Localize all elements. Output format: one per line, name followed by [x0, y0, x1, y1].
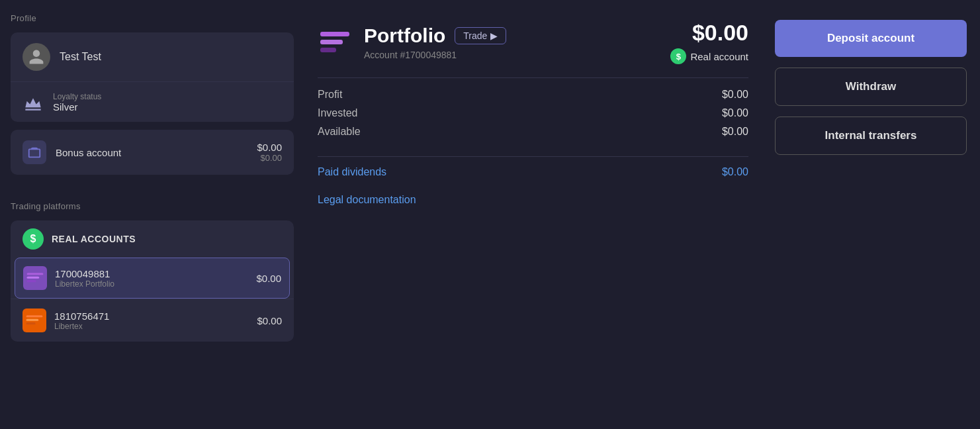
account-number-2: 1810756471 — [54, 310, 249, 322]
invested-label: Invested — [318, 107, 357, 119]
profit-label: Profit — [318, 89, 342, 101]
profile-card: Test Test Loyalty status Silver — [11, 32, 294, 122]
real-accounts-icon: $ — [22, 228, 44, 250]
svg-rect-3 — [26, 315, 43, 317]
svg-rect-2 — [27, 280, 36, 282]
loyalty-info: Loyalty status Silver — [53, 92, 101, 113]
account-item-2[interactable]: 1810756471 Libertex $0.00 — [11, 299, 294, 342]
stat-row-invested: Invested $0.00 — [318, 107, 748, 119]
bonus-amount-secondary: $0.00 — [260, 153, 282, 163]
loyalty-row: Loyalty status Silver — [11, 82, 294, 122]
dividends-row: Paid dividends $0.00 — [318, 166, 748, 178]
right-panel: Deposit account Withdraw Internal transf… — [768, 0, 980, 429]
bonus-account-card[interactable]: Bonus account $0.00 $0.00 — [11, 130, 294, 175]
paid-dividends-value: $0.00 — [722, 166, 748, 178]
libertex-icon — [25, 311, 44, 330]
legal-documentation-link[interactable]: Legal documentation — [318, 194, 748, 206]
real-account-label: Real account — [690, 51, 748, 62]
briefcase-icon — [22, 140, 46, 164]
paid-dividends-label[interactable]: Paid dividends — [318, 166, 386, 178]
portfolio-logo — [318, 25, 352, 60]
real-account-badge: $ Real account — [670, 48, 748, 64]
withdraw-button[interactable]: Withdraw — [775, 68, 967, 106]
internal-transfers-button[interactable]: Internal transfers — [775, 117, 967, 155]
crown-svg — [24, 93, 42, 111]
svg-rect-0 — [27, 273, 44, 275]
trade-button-label: Trade — [463, 30, 487, 41]
stat-row-available: Available $0.00 — [318, 126, 748, 138]
stats-divider — [318, 156, 748, 157]
portfolio-account-id: Account #1700049881 — [364, 50, 658, 60]
header-divider — [318, 77, 748, 78]
bonus-amounts: $0.00 $0.00 — [257, 142, 282, 163]
trade-button[interactable]: Trade ▶ — [455, 27, 506, 44]
stats-grid: Profit $0.00 Invested $0.00 Available $0… — [318, 89, 748, 138]
trading-platforms-label: Trading platforms — [11, 201, 294, 211]
portfolio-balance-group: $0.00 $ Real account — [670, 20, 748, 64]
portfolio-logo-svg — [318, 25, 352, 60]
real-accounts-label: REAL ACCOUNTS — [52, 234, 136, 244]
libertex-portfolio-icon — [26, 269, 44, 287]
portfolio-title-row: Portfolio Trade ▶ — [364, 24, 658, 47]
account-platform-2: Libertex — [54, 322, 249, 331]
svg-rect-8 — [320, 48, 336, 52]
portfolio-header: Portfolio Trade ▶ Account #1700049881 $0… — [318, 20, 748, 64]
svg-rect-4 — [26, 319, 39, 321]
legal-link-text[interactable]: Legal documentation — [318, 194, 416, 205]
account-info-2: 1810756471 Libertex — [54, 310, 249, 331]
account-platform-1: Libertex Portfolio — [55, 279, 248, 289]
account-info-1: 1700049881 Libertex Portfolio — [55, 268, 248, 289]
svg-rect-7 — [320, 40, 343, 44]
loyalty-value: Silver — [53, 101, 101, 113]
available-label: Available — [318, 126, 361, 138]
crown-icon — [22, 91, 44, 113]
profit-value: $0.00 — [722, 89, 748, 101]
available-value: $0.00 — [722, 126, 748, 138]
trading-platforms-card: $ REAL ACCOUNTS 1700049881 Libertex Port… — [11, 220, 294, 342]
account-balance-2: $0.00 — [257, 315, 282, 326]
profile-section-label: Profile — [11, 13, 294, 23]
badge-dollar-icon: $ — [670, 48, 686, 64]
svg-rect-5 — [26, 322, 36, 324]
loyalty-label: Loyalty status — [53, 92, 101, 101]
deposit-button[interactable]: Deposit account — [775, 20, 967, 57]
bonus-svg — [27, 145, 42, 160]
avatar — [22, 43, 50, 71]
portfolio-title-group: Portfolio Trade ▶ Account #1700049881 — [364, 24, 658, 60]
svg-rect-1 — [27, 277, 40, 279]
bonus-account-label: Bonus account — [56, 147, 247, 158]
bonus-row[interactable]: Bonus account $0.00 $0.00 — [11, 130, 294, 175]
bonus-amount-primary: $0.00 — [257, 142, 282, 153]
invested-value: $0.00 — [722, 107, 748, 119]
account-icon-orange — [22, 309, 46, 332]
real-accounts-row: $ REAL ACCOUNTS — [11, 220, 294, 258]
account-balance-1: $0.00 — [256, 273, 281, 284]
main-content: Portfolio Trade ▶ Account #1700049881 $0… — [304, 0, 768, 429]
sidebar: Profile Test Test Loyalty status Silver — [0, 0, 304, 429]
account-item-1[interactable]: 1700049881 Libertex Portfolio $0.00 — [15, 258, 290, 299]
portfolio-title: Portfolio — [364, 24, 445, 47]
portfolio-balance: $0.00 — [692, 20, 748, 46]
account-number-1: 1700049881 — [55, 268, 248, 279]
svg-rect-6 — [320, 32, 349, 36]
account-icon-purple — [23, 266, 47, 290]
user-name: Test Test — [60, 51, 101, 63]
stat-row-profit: Profit $0.00 — [318, 89, 748, 101]
trade-arrow-icon: ▶ — [490, 30, 498, 41]
user-row[interactable]: Test Test — [11, 32, 294, 82]
person-icon — [28, 48, 45, 66]
